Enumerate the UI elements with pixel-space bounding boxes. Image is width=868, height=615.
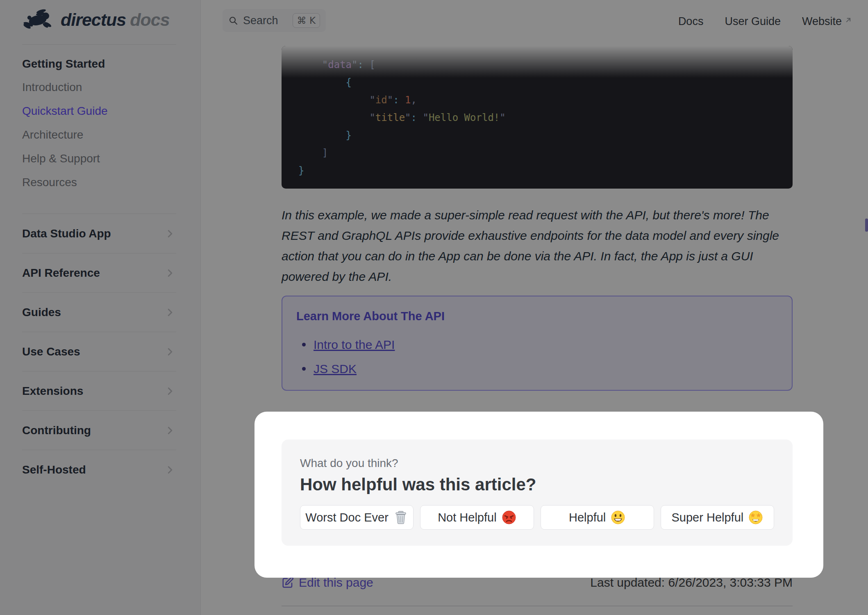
feedback-spotlight: What do you think? How helpful was this … bbox=[254, 412, 823, 578]
angry-face-emoji bbox=[502, 510, 516, 525]
star-struck-face-emoji bbox=[748, 510, 763, 525]
helpful-button[interactable]: Helpful bbox=[541, 505, 654, 530]
feedback-card: What do you think? How helpful was this … bbox=[282, 440, 793, 546]
feedback-kicker: What do you think? bbox=[300, 457, 774, 470]
feedback-title: How helpful was this article? bbox=[300, 475, 774, 494]
super-helpful-button[interactable]: Super Helpful bbox=[661, 505, 774, 530]
feedback-buttons: Worst Doc Ever Not Helpful bbox=[300, 505, 774, 530]
worst-doc-ever-button[interactable]: Worst Doc Ever bbox=[300, 505, 414, 530]
button-label: Worst Doc Ever bbox=[305, 511, 389, 524]
trash-can-emoji bbox=[393, 510, 408, 525]
button-label: Super Helpful bbox=[672, 511, 744, 524]
button-label: Not Helpful bbox=[438, 511, 496, 524]
grinning-face-emoji bbox=[611, 510, 625, 525]
button-label: Helpful bbox=[569, 511, 606, 524]
not-helpful-button[interactable]: Not Helpful bbox=[420, 505, 534, 530]
